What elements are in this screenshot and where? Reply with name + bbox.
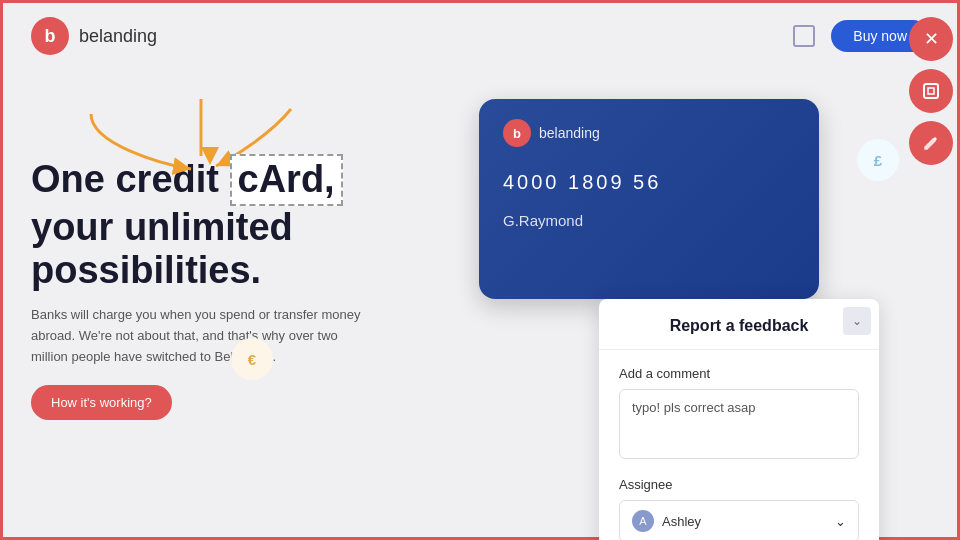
pound-top-circle: £ xyxy=(857,139,899,181)
logo-area: b belanding xyxy=(31,17,157,55)
hero-subtext: Banks will charge you when you spend or … xyxy=(31,305,371,367)
comment-label: Add a comment xyxy=(619,366,859,381)
panel-header: Report a feedback xyxy=(599,299,879,350)
card-holder: G.Raymond xyxy=(503,212,795,229)
main-page: b belanding Buy now xyxy=(0,0,960,540)
assignee-select[interactable]: A Ashley ⌄ xyxy=(619,500,859,540)
logo-icon: b xyxy=(31,17,69,55)
panel-body: Add a comment Assignee A Ashley ⌄ xyxy=(599,350,879,540)
card-brand: belanding xyxy=(539,125,600,141)
comment-textarea[interactable] xyxy=(619,389,859,459)
panel-title: Report a feedback xyxy=(670,317,809,334)
logo-name: belanding xyxy=(79,26,157,47)
credit-card: b belanding 4000 1809 56 G.Raymond xyxy=(479,99,819,299)
close-button[interactable]: ✕ xyxy=(909,17,953,61)
card-logo-icon: b xyxy=(503,119,531,147)
side-toolbar: ✕ xyxy=(909,17,957,165)
svg-rect-0 xyxy=(924,84,938,98)
square-icon xyxy=(793,25,815,47)
hero-heading: One credit cArd, your unlimited possibil… xyxy=(31,154,449,293)
assignee-label: Assignee xyxy=(619,477,859,492)
assignee-left: A Ashley xyxy=(632,510,701,532)
edit-button[interactable] xyxy=(909,121,953,165)
chevron-down-icon: ⌄ xyxy=(835,514,846,529)
card-number: 4000 1809 56 xyxy=(503,171,795,194)
header: b belanding Buy now xyxy=(3,3,957,69)
card-logo-area: b belanding xyxy=(503,119,795,147)
feedback-panel: ⌄ Report a feedback Add a comment Assign… xyxy=(599,299,879,540)
heading-area: One credit cArd, your unlimited possibil… xyxy=(31,154,449,420)
left-side: p One credit cArd, your unlimited possib… xyxy=(31,79,449,420)
expand-icon xyxy=(922,82,940,100)
right-side: $ £ $ £ b belanding 4000 1809 56 G.Raymo… xyxy=(469,79,929,420)
avatar: A xyxy=(632,510,654,532)
expand-button[interactable] xyxy=(909,69,953,113)
assignee-name: Ashley xyxy=(662,514,701,529)
highlight-box: cArd, xyxy=(230,154,343,206)
how-it-works-button[interactable]: How it's working? xyxy=(31,385,172,420)
panel-collapse-chevron[interactable]: ⌄ xyxy=(843,307,871,335)
content-area: p One credit cArd, your unlimited possib… xyxy=(3,69,957,420)
edit-icon xyxy=(922,134,940,152)
